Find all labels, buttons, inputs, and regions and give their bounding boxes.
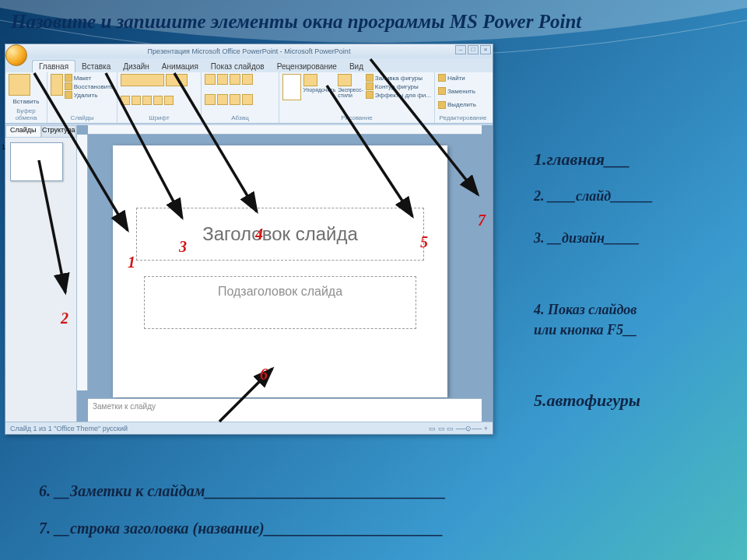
marker-1: 1 <box>128 254 135 271</box>
marker-6: 6 <box>260 366 268 383</box>
group-font: Шрифт <box>121 114 198 121</box>
status-left: Слайд 1 из 1 "Office Theme" русский <box>10 425 128 432</box>
ribbon: Вставить Буфер обмена Макет Восстановить… <box>5 72 493 124</box>
delete-label: Удалить <box>74 92 98 99</box>
paste-label: Вставить <box>9 98 44 105</box>
shapes-gallery-icon[interactable] <box>282 74 301 100</box>
select-label: Выделить <box>447 101 476 108</box>
indent-dec-icon[interactable] <box>230 74 240 85</box>
italic-icon[interactable] <box>132 96 141 105</box>
slide-panel: Слайды Структура <box>5 125 77 422</box>
reset-icon[interactable] <box>65 82 72 90</box>
arrange-icon[interactable] <box>303 74 317 86</box>
sidepane-tab-outline[interactable]: Структура <box>41 125 77 138</box>
font-size-icon[interactable] <box>166 74 188 86</box>
replace-label: Заменить <box>447 88 475 95</box>
answer-4: 4. Показ слайдов <box>534 302 637 318</box>
marker-4: 4 <box>255 226 263 243</box>
find-icon[interactable] <box>438 74 446 82</box>
marker-2: 2 <box>61 310 68 327</box>
paste-icon[interactable] <box>9 74 30 96</box>
shape-effects-label: Эффекты для фи... <box>375 92 431 99</box>
bold-icon[interactable] <box>121 96 130 105</box>
answer-5: 5.автофигуры <box>534 390 640 411</box>
tab-review[interactable]: Рецензирование <box>271 61 343 72</box>
tab-view[interactable]: Вид <box>343 61 370 72</box>
window-title: Презентация Microsoft Office PowerPoint … <box>148 47 351 55</box>
layout-label: Макет <box>74 75 92 82</box>
arrange-label: Упорядочить <box>303 87 336 93</box>
replace-icon[interactable] <box>438 87 446 95</box>
slide-canvas[interactable]: Заголовок слайда Подзаголовок слайда <box>113 145 447 397</box>
strike-icon[interactable] <box>153 96 163 105</box>
tab-slideshow[interactable]: Показ слайдов <box>205 61 271 72</box>
subtitle-placeholder[interactable]: Подзаголовок слайда <box>144 276 416 329</box>
layout-icon[interactable] <box>65 74 72 82</box>
answer-1: 1.главная___ <box>534 149 630 170</box>
columns-icon[interactable] <box>242 94 253 105</box>
notes-pane[interactable]: Заметки к слайду <box>88 398 482 422</box>
shape-outline-icon[interactable] <box>366 82 374 90</box>
indent-inc-icon[interactable] <box>242 74 253 85</box>
status-right-icons: ▭ ▭ ▭ ──⊙── + <box>429 425 488 432</box>
shape-outline-label: Контур фигуры <box>375 83 419 90</box>
shape-fill-icon[interactable] <box>366 74 374 82</box>
group-drawing: Рисование <box>282 114 431 121</box>
vertical-ruler <box>77 135 88 390</box>
group-clipboard: Буфер обмена <box>9 107 44 121</box>
answer-3: 3. __дизайн_____ <box>534 230 640 247</box>
reset-label: Восстановить <box>74 83 114 90</box>
underline-icon[interactable] <box>142 96 152 105</box>
tab-insert[interactable]: Вставка <box>75 61 117 72</box>
quick-styles-label: Экспресс-стили <box>338 87 363 98</box>
minimize-icon[interactable]: – <box>455 45 466 54</box>
numbering-icon[interactable] <box>217 74 228 85</box>
find-label: Найти <box>447 75 465 82</box>
font-face-icon[interactable] <box>121 74 164 86</box>
answer-7: 7. __строка заголовка (название)________… <box>39 520 444 537</box>
page-title: Назовите и запишите элементы окна програ… <box>11 11 581 33</box>
tab-design[interactable]: Дизайн <box>117 61 156 72</box>
answer-6: 6. __Заметки к слайдам__________________… <box>39 482 446 500</box>
shape-fill-label: Заливка фигуры <box>375 75 423 82</box>
close-icon[interactable]: × <box>480 45 491 54</box>
answer-2: 2. ____слайд______ <box>534 188 653 205</box>
new-slide-icon[interactable] <box>51 74 63 96</box>
bullets-icon[interactable] <box>205 74 216 85</box>
office-button-icon[interactable] <box>5 44 27 66</box>
delete-icon[interactable] <box>65 91 72 99</box>
tab-home[interactable]: Главная <box>32 60 75 72</box>
marker-7: 7 <box>478 212 486 229</box>
tab-animation[interactable]: Анимация <box>156 61 205 72</box>
select-icon[interactable] <box>438 101 446 109</box>
slide-edit-area: Заголовок слайда Подзаголовок слайда Зам… <box>77 125 493 422</box>
quick-styles-icon[interactable] <box>338 74 352 86</box>
group-editing: Редактирование <box>438 114 488 121</box>
horizontal-ruler <box>88 125 482 135</box>
answer-4-line2: или кнопка F5__ <box>534 322 637 338</box>
align-left-icon[interactable] <box>205 94 216 105</box>
align-right-icon[interactable] <box>230 94 240 105</box>
window-titlebar: Презентация Microsoft Office PowerPoint … <box>5 44 493 58</box>
font-color-icon[interactable] <box>164 96 174 105</box>
group-slides: Слайды <box>51 114 114 121</box>
status-bar: Слайд 1 из 1 "Office Theme" русский ▭ ▭ … <box>5 422 493 434</box>
slide-thumbnail-1[interactable] <box>10 142 63 181</box>
align-center-icon[interactable] <box>217 94 228 105</box>
marker-5: 5 <box>420 233 428 251</box>
sidepane-tab-slides[interactable]: Слайды <box>5 125 41 138</box>
marker-3: 3 <box>179 238 187 256</box>
ribbon-tabs: Главная Вставка Дизайн Анимация Показ сл… <box>5 58 493 72</box>
maximize-icon[interactable]: □ <box>468 45 479 54</box>
group-paragraph: Абзац <box>205 114 275 121</box>
shape-effects-icon[interactable] <box>366 91 374 99</box>
